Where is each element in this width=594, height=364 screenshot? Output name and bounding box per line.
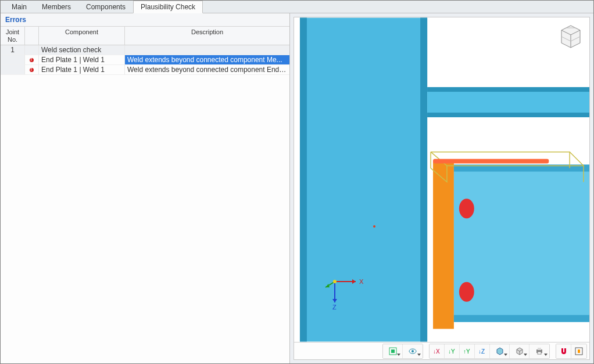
svg-rect-6 (433, 161, 454, 329)
view-y-plus-button[interactable]: ↑Y (460, 344, 475, 358)
col-header-icon[interactable] (25, 27, 39, 45)
svg-rect-43 (538, 348, 541, 350)
tab-plausibility-check[interactable]: Plausibility Check (133, 1, 203, 13)
cell-joint: 1 (1, 45, 25, 55)
svg-text:X: X (359, 278, 364, 285)
svg-point-13 (459, 199, 474, 218)
cell-icon (25, 45, 39, 55)
axis-triad: X Z (322, 269, 368, 315)
view-z-minus-button[interactable]: ↓Z (475, 344, 490, 358)
table-row[interactable]: 1 Weld section check (1, 45, 289, 55)
magnet-icon (559, 347, 568, 356)
iso-view-button[interactable] (490, 344, 510, 358)
cell-component: End Plate 1 | Weld 1 (39, 65, 125, 75)
svg-point-28 (333, 280, 337, 283)
tab-members[interactable]: Members (34, 1, 78, 13)
iso-icon (495, 347, 504, 356)
render-mode-button[interactable] (510, 344, 529, 358)
fit-view-button[interactable] (571, 344, 586, 358)
svg-text:↓Z: ↓Z (478, 348, 485, 355)
view-x-plus-button[interactable]: ↓X (430, 344, 445, 358)
svg-rect-30 (391, 349, 395, 353)
svg-rect-12 (433, 159, 549, 164)
svg-text:Z: Z (332, 304, 337, 311)
fit-icon (574, 347, 584, 356)
row-header (1, 65, 25, 75)
tab-main[interactable]: Main (4, 1, 34, 13)
magnet-button[interactable] (556, 344, 571, 358)
tab-bar: Main Members Components Plausibility Che… (1, 1, 593, 13)
svg-point-32 (411, 350, 414, 352)
cube-icon (515, 347, 524, 356)
svg-point-14 (459, 282, 474, 302)
cell-description: Weld extends beyond connected component … (125, 55, 289, 65)
panel-title: Errors (1, 13, 289, 27)
options-button[interactable] (383, 344, 403, 358)
svg-rect-4 (427, 87, 589, 92)
viewport-toolbar: ↓X ↓Y ↑Y ↓Z (294, 342, 589, 359)
grid-body[interactable]: 1 Weld section check End Plate 1 | Weld … (1, 45, 289, 363)
svg-marker-37 (497, 348, 503, 355)
grid-header: JointNo. Component Description (1, 27, 289, 45)
svg-marker-21 (352, 279, 356, 284)
col-header-component[interactable]: Component (39, 27, 125, 45)
eye-icon (408, 347, 417, 356)
errors-panel: Errors JointNo. Component Description 1 … (1, 13, 290, 363)
cell-desc (125, 45, 289, 55)
svg-text:↓Y: ↓Y (448, 348, 455, 355)
svg-text:↓X: ↓X (433, 348, 440, 355)
svg-rect-1 (300, 18, 307, 342)
svg-marker-27 (325, 284, 330, 287)
row-header (1, 55, 25, 65)
col-header-joint[interactable]: JointNo. (1, 27, 25, 45)
view-cube[interactable] (557, 22, 585, 50)
error-icon (25, 65, 39, 75)
cell-component: End Plate 1 | Weld 1 (39, 55, 125, 65)
svg-rect-9 (454, 315, 589, 322)
table-row[interactable]: End Plate 1 | Weld 1 Weld extends beyond… (1, 55, 289, 65)
viewport-panel: X Z (294, 17, 590, 360)
svg-marker-24 (332, 299, 337, 302)
print-icon (535, 347, 544, 356)
print-button[interactable] (529, 344, 549, 358)
svg-rect-44 (538, 352, 541, 354)
cell-group-label: Weld section check (39, 45, 125, 55)
svg-rect-2 (420, 18, 427, 342)
model-viewport[interactable]: X Z (294, 17, 589, 342)
layers-button[interactable] (403, 344, 423, 358)
error-icon (25, 55, 39, 65)
svg-text:↑Y: ↑Y (463, 348, 470, 355)
col-header-description[interactable]: Description (125, 27, 289, 45)
svg-rect-7 (454, 165, 589, 322)
table-row[interactable]: End Plate 1 | Weld 1 Weld extends beyond… (1, 65, 289, 75)
tab-components[interactable]: Components (78, 1, 133, 13)
cell-description: Weld extends beyond connected component … (125, 65, 289, 75)
svg-rect-5 (427, 113, 589, 117)
svg-rect-46 (578, 349, 580, 353)
view-y-minus-button[interactable]: ↓Y (445, 344, 460, 358)
center-marker (373, 225, 375, 228)
